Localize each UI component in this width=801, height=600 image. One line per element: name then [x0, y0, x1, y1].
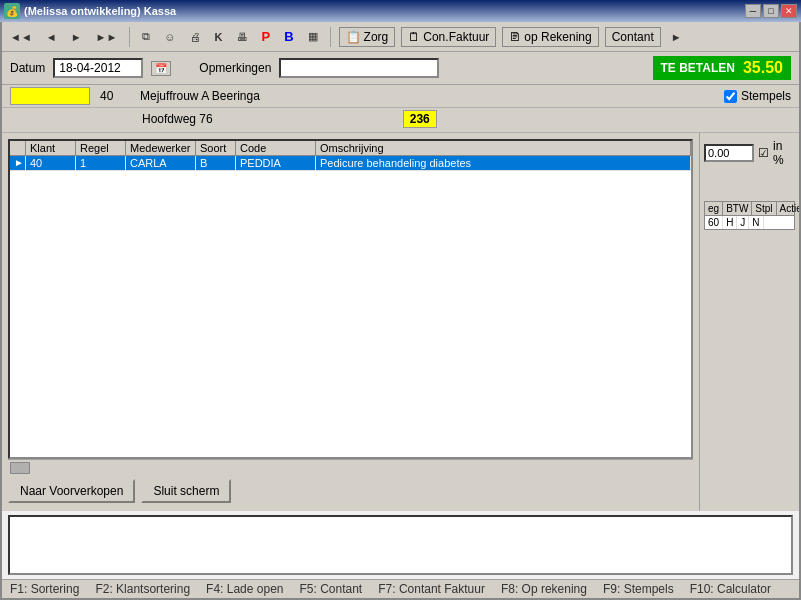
th-code: Code	[236, 141, 316, 155]
customer-color-indicator	[10, 87, 90, 105]
te-betalen-label: TE BETALEN	[661, 61, 735, 75]
percent-icon: ☑	[758, 146, 769, 160]
print-button[interactable]: 🖨	[186, 29, 205, 45]
printer2-button[interactable]: 🖶	[233, 29, 252, 45]
calendar-button[interactable]: 📅	[151, 61, 171, 76]
stempel-count: 236	[403, 110, 437, 128]
customer-name: Mejuffrouw A Beeringa	[140, 89, 320, 103]
close-button[interactable]: ✕	[781, 4, 797, 18]
status-f10: F10: Calculator	[690, 582, 771, 596]
stempel-checkbox-area: Stempels	[724, 89, 791, 103]
status-bar: F1: Sortering F2: Klantsortering F4: Lad…	[2, 579, 799, 598]
b-button[interactable]: B	[280, 27, 297, 46]
status-f5: F5: Contant	[300, 582, 363, 596]
zorg-button[interactable]: 📋 Zorg	[339, 27, 396, 47]
confaktuur-icon: 🗒	[408, 30, 420, 44]
th-soort: Soort	[196, 141, 236, 155]
p-icon: P	[262, 29, 271, 44]
td-row-arrow: ►	[10, 156, 26, 170]
status-f7: F7: Contant Faktuur	[378, 582, 485, 596]
rmt-th-actie: Actie	[777, 202, 799, 215]
right-panel: ☑ in % eg BTW Stpl Actie 60 H J N	[699, 133, 799, 511]
datum-input[interactable]	[53, 58, 143, 78]
notes-area[interactable]	[8, 515, 793, 575]
b-icon: B	[284, 29, 293, 44]
table-body: ► 40 1 CARLA B PEDDIA Pedicure behandeli…	[10, 156, 691, 457]
status-f9: F9: Stempels	[603, 582, 674, 596]
stempel-label: Stempels	[741, 89, 791, 103]
p-button[interactable]: P	[258, 27, 275, 46]
date-row: Datum 📅 Opmerkingen TE BETALEN 35.50	[2, 52, 799, 85]
mini-table: eg BTW Stpl Actie 60 H J N	[704, 201, 795, 230]
opmerking-input[interactable]	[279, 58, 439, 78]
minimize-button[interactable]: ─	[745, 4, 761, 18]
td-regel: 1	[76, 156, 126, 170]
datum-label: Datum	[10, 61, 45, 75]
horizontal-scrollbar[interactable]	[8, 459, 693, 475]
scroll-thumb[interactable]	[10, 462, 30, 474]
mini-table-header: eg BTW Stpl Actie	[705, 202, 794, 216]
smiley-button[interactable]: ☺	[160, 29, 179, 45]
arrow-button[interactable]: ►	[667, 29, 686, 45]
th-arrow	[10, 141, 26, 155]
opmerking-label: Opmerkingen	[199, 61, 271, 75]
toolbar-sep-2	[330, 27, 331, 47]
nav-prev-button[interactable]: ◄	[42, 29, 61, 45]
table-row[interactable]: ► 40 1 CARLA B PEDDIA Pedicure behandeli…	[10, 156, 691, 171]
status-f8: F8: Op rekening	[501, 582, 587, 596]
te-betalen-amount: 35.50	[743, 59, 783, 77]
nav-last-button[interactable]: ►►	[92, 29, 122, 45]
main-content: Klant Regel Medewerker Soort Code Omschr…	[2, 133, 799, 511]
contant-button[interactable]: Contant	[605, 27, 661, 47]
k-button[interactable]: K	[211, 29, 227, 45]
in-percent-label: in %	[773, 139, 795, 167]
td-klant: 40	[26, 156, 76, 170]
confaktuur-button[interactable]: 🗒 Con.Faktuur	[401, 27, 496, 47]
title-bar: 💰 (Melissa ontwikkeling) Kassa ─ □ ✕	[0, 0, 801, 22]
naar-voorverkopen-button[interactable]: Naar Voorverkopen	[8, 479, 135, 503]
td-omschrijving: Pedicure behandeling diabetes	[316, 156, 691, 170]
oprekening-icon: 🖹	[509, 30, 521, 44]
th-regel: Regel	[76, 141, 126, 155]
th-medewerker: Medewerker	[126, 141, 196, 155]
rmt-th-stpl: Stpl	[752, 202, 776, 215]
customer-id: 40	[100, 89, 130, 103]
rmt-td-btw: H	[723, 216, 737, 229]
td-code: PEDDIA	[236, 156, 316, 170]
copy-button[interactable]: ⧉	[138, 28, 154, 45]
rmt-td-stpl: J	[737, 216, 749, 229]
grid-area: Klant Regel Medewerker Soort Code Omschr…	[2, 133, 699, 511]
barcode-button[interactable]: ▦	[304, 28, 322, 45]
nav-next-button[interactable]: ►	[67, 29, 86, 45]
th-omschrijving: Omschrijving	[316, 141, 691, 155]
td-medewerker: CARLA	[126, 156, 196, 170]
window-title: (Melissa ontwikkeling) Kassa	[24, 5, 176, 17]
data-table: Klant Regel Medewerker Soort Code Omschr…	[8, 139, 693, 459]
sluit-scherm-button[interactable]: Sluit scherm	[141, 479, 231, 503]
rmt-th-eg: eg	[705, 202, 723, 215]
maximize-button[interactable]: □	[763, 4, 779, 18]
customer-address-row: Hoofdweg 76 236	[2, 108, 799, 133]
amount-row: ☑ in %	[704, 139, 795, 167]
toolbar-sep-1	[129, 27, 130, 47]
rmt-td-eg: 60	[705, 216, 723, 229]
amount-input[interactable]	[704, 144, 754, 162]
mini-table-row: 60 H J N	[705, 216, 794, 229]
status-f1: F1: Sortering	[10, 582, 79, 596]
window-controls: ─ □ ✕	[745, 4, 797, 18]
rmt-td-actie: N	[749, 216, 763, 229]
customer-address: Hoofdweg 76	[142, 112, 213, 126]
status-f2: F2: Klantsortering	[95, 582, 190, 596]
te-betalen-box: TE BETALEN 35.50	[653, 56, 792, 80]
stempel-checkbox[interactable]	[724, 90, 737, 103]
td-soort: B	[196, 156, 236, 170]
rmt-th-btw: BTW	[723, 202, 752, 215]
table-header: Klant Regel Medewerker Soort Code Omschr…	[10, 141, 691, 156]
nav-first-button[interactable]: ◄◄	[6, 29, 36, 45]
oprekening-button[interactable]: 🖹 op Rekening	[502, 27, 598, 47]
toolbar: ◄◄ ◄ ► ►► ⧉ ☺ 🖨 K 🖶 P B ▦ 📋 Zorg 🗒 Con.F…	[2, 22, 799, 52]
window-body: ◄◄ ◄ ► ►► ⧉ ☺ 🖨 K 🖶 P B ▦ 📋 Zorg 🗒 Con.F…	[0, 22, 801, 600]
th-klant: Klant	[26, 141, 76, 155]
zorg-icon: 📋	[346, 30, 361, 44]
customer-name-row: 40 Mejuffrouw A Beeringa Stempels	[2, 85, 799, 108]
